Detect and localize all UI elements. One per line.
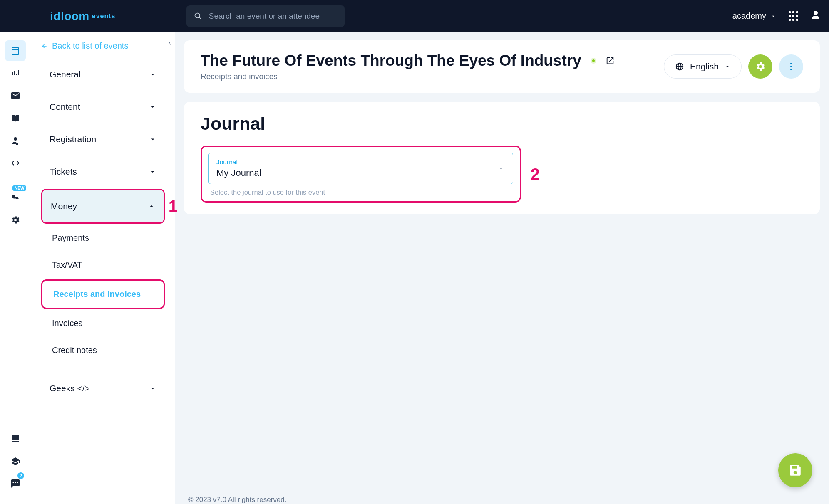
journal-select[interactable]: Journal My Journal [208,153,513,184]
save-fab[interactable] [778,453,812,487]
event-more-button[interactable] [779,54,803,79]
sidebar-collapse-button[interactable] [163,37,176,49]
chevron-down-icon [149,385,156,392]
global-search[interactable] [186,5,345,27]
user-icon [811,10,821,20]
save-icon [788,463,802,477]
dots-vertical-icon [786,62,796,72]
help-badge: ? [17,472,24,479]
nav-item-money[interactable]: Money [42,190,164,222]
event-sidebar: Back to list of events General Content R… [31,32,175,504]
checkin-icon [10,434,20,444]
nav-label: Tickets [50,167,77,177]
header-right: academy [732,10,821,22]
journal-heading: Journal [201,114,803,134]
nav-label: Registration [50,134,96,144]
search-icon [194,12,202,21]
nav-label: Geeks </> [50,383,90,393]
nav-sub-label: Invoices [52,319,82,328]
annotation-money-highlight: Money 1 [41,189,165,224]
rail-events[interactable] [5,40,26,61]
rail-academy[interactable] [5,451,26,472]
nav-item-registration[interactable]: Registration [41,123,165,156]
nav-sub-taxvat[interactable]: Tax/VAT [41,252,165,279]
rail-code[interactable] [5,153,26,173]
event-title: The Future Of Events Through The Eyes Of… [201,52,581,69]
main-content: The Future Of Events Through The Eyes Of… [175,32,829,504]
event-header-card: The Future Of Events Through The Eyes Of… [184,40,820,93]
nav-item-tickets[interactable]: Tickets [41,156,165,188]
back-to-events-link[interactable]: Back to list of events [31,41,175,58]
language-label: English [690,62,719,72]
user-profile-button[interactable] [811,10,821,22]
search-input[interactable] [208,11,337,21]
rail-help[interactable]: ? [5,473,26,494]
nav-item-geeks[interactable]: Geeks </> [41,372,165,405]
code-icon [10,158,20,168]
chart-icon [10,68,20,78]
journal-card: Journal Journal My Journal Select the jo… [184,102,820,214]
rail-checkin[interactable] [5,428,26,449]
chat-icon [10,479,20,489]
rail-library[interactable] [5,108,26,128]
gear-icon [10,215,20,225]
svg-point-1 [790,66,792,67]
rail-messages[interactable] [5,85,26,106]
footer-text: © 2023 v7.0 All rights reserved. [184,492,286,504]
gear-icon [755,61,766,72]
journal-helper-text: Select the journal to use for this event [210,188,513,196]
nav-sub-credit-notes[interactable]: Credit notes [41,337,165,364]
account-label: academy [732,11,766,21]
journal-field-value: My Journal [216,168,505,178]
calendar-icon [10,46,20,56]
brand-logo: idloom events [0,10,175,23]
svg-point-2 [790,69,792,70]
annotation-marker-2: 2 [531,165,540,183]
mail-icon [10,91,20,101]
nav-item-general[interactable]: General [41,58,165,91]
annotation-receipts-highlight: Receipts and invoices [41,279,165,309]
key-icon [10,193,20,203]
caret-down-icon [770,13,776,19]
rail-settings[interactable] [5,210,26,230]
event-subtitle: Receipts and invoices [201,72,615,81]
app-header: idloom events academy [0,0,829,32]
book-icon [10,113,20,123]
nav-label: Content [50,102,80,112]
event-settings-button[interactable] [748,54,772,79]
chevron-up-icon [148,203,155,210]
icon-rail: NEW ? [0,32,31,504]
nav-label: General [50,69,81,79]
graduation-icon [10,456,20,466]
rail-analytics[interactable] [5,63,26,84]
chevron-down-icon [149,136,156,143]
nav-sub-payments[interactable]: Payments [41,225,165,252]
logo-sub: events [92,12,116,20]
account-dropdown[interactable]: academy [732,11,776,21]
nav-sub-label: Receipts and invoices [53,289,141,299]
nav-sub-label: Credit notes [52,346,97,355]
chevron-down-icon [149,71,156,78]
caret-down-icon [498,165,504,172]
arrow-left-icon [41,43,48,49]
apps-grid-icon[interactable] [789,11,798,21]
external-link-icon[interactable] [606,56,615,65]
svg-point-0 [790,63,792,64]
annotation-journal-highlight: Journal My Journal Select the journal to… [201,146,521,203]
nav-sub-label: Payments [52,233,89,243]
logo-main: idloom [50,10,89,23]
nav-label: Money [51,201,77,211]
rail-users[interactable] [5,130,26,151]
language-selector[interactable]: English [664,54,742,79]
globe-icon [675,62,684,71]
chevron-down-icon [149,103,156,111]
nav-sub-invoices[interactable]: Invoices [41,310,165,337]
chevron-down-icon [149,168,156,175]
rail-keys[interactable]: NEW [5,187,26,208]
nav-sub-label: Tax/VAT [52,260,82,270]
event-status-dot [591,58,596,64]
chevron-left-icon [166,40,173,47]
journal-field-label: Journal [216,158,505,166]
nav-item-content[interactable]: Content [41,91,165,123]
nav-sub-receipts-invoices[interactable]: Receipts and invoices [42,281,164,308]
